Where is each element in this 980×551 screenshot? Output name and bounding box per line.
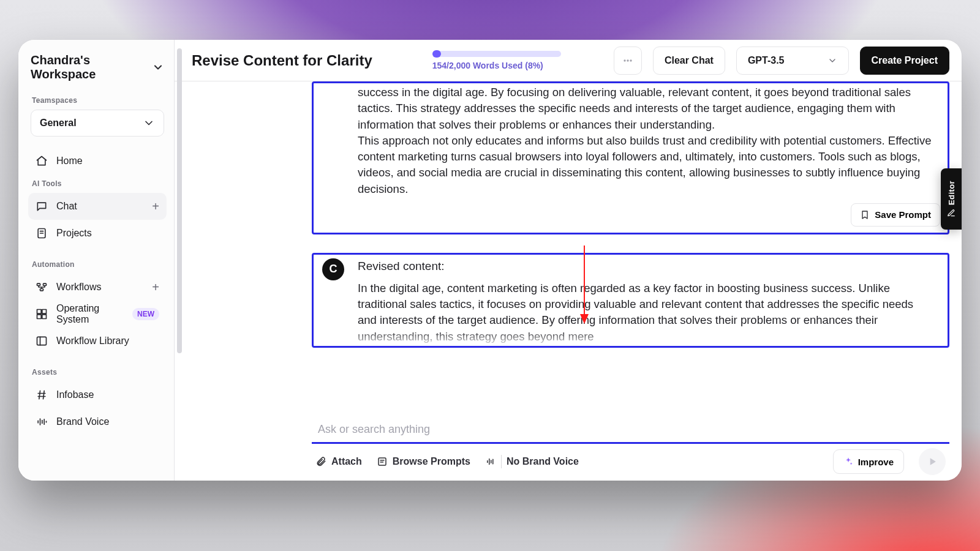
page-title: Revise Content for Clarity — [192, 52, 372, 69]
main: Revise Content for Clarity 154/2,000 Wor… — [175, 40, 962, 481]
sidebar-item-label: Brand Voice — [56, 416, 109, 427]
attach-label: Attach — [331, 456, 362, 467]
svg-point-21 — [624, 59, 625, 61]
create-project-label: Create Project — [872, 55, 938, 66]
svg-marker-25 — [580, 314, 589, 324]
workspace-name: Chandra's Workspace — [31, 53, 146, 81]
editor-tab-label: Editor — [947, 181, 956, 205]
teamspaces-label: Teamspaces — [27, 91, 168, 110]
save-prompt-button[interactable]: Save Prompt — [851, 203, 940, 227]
prompt-text: success in the digital age. By focusing … — [358, 84, 934, 197]
home-icon — [36, 155, 48, 167]
more-button[interactable] — [614, 47, 642, 75]
svg-line-15 — [43, 391, 45, 399]
dots-icon — [622, 54, 634, 67]
sidebar-item-os[interactable]: Operating System NEW — [28, 301, 167, 328]
clear-chat-label: Clear Chat — [665, 55, 714, 66]
usage-track — [432, 51, 561, 57]
browse-prompts-button[interactable]: Browse Prompts — [377, 456, 470, 467]
sidebar-item-workflows[interactable]: Workflows + — [28, 274, 167, 301]
svg-point-22 — [627, 59, 628, 61]
send-button[interactable] — [919, 448, 946, 475]
brand-voice-button[interactable]: No Brand Voice — [485, 455, 579, 468]
improve-button[interactable]: Improve — [833, 449, 904, 474]
bookmark-icon — [860, 210, 870, 220]
paperclip-icon — [315, 456, 326, 467]
ai-tools-label: AI Tools — [27, 174, 168, 193]
sparkle-icon — [843, 457, 853, 467]
create-project-button[interactable]: Create Project — [860, 47, 950, 75]
sidebar-item-chat[interactable]: Chat + — [28, 193, 167, 220]
model-select[interactable]: GPT-3.5 — [736, 47, 849, 75]
sidebar-item-label: Operating System — [56, 303, 126, 325]
usage-meter: 154/2,000 Words Used (8%) — [432, 51, 561, 70]
teamspace-selected: General — [40, 118, 77, 129]
svg-rect-7 — [42, 310, 47, 314]
voice-icon — [36, 416, 48, 428]
new-badge: NEW — [132, 308, 159, 320]
ask-input[interactable] — [317, 422, 944, 437]
chat-icon — [36, 200, 48, 212]
annotation-arrow — [578, 246, 590, 325]
svg-rect-9 — [42, 315, 47, 319]
response-card: C Revised content: In the digital age, c… — [312, 253, 949, 348]
voice-icon — [485, 456, 496, 467]
browse-label: Browse Prompts — [393, 456, 470, 467]
sidebar-item-label: Home — [56, 156, 83, 167]
teamspace-select[interactable]: General — [31, 110, 164, 137]
chevron-down-icon — [152, 61, 164, 73]
sidebar-item-label: Workflow Library — [56, 335, 129, 347]
svg-line-14 — [39, 391, 40, 399]
pencil-icon — [947, 209, 956, 217]
sidebar-item-workflow-library[interactable]: Workflow Library — [28, 328, 167, 354]
sidebar: Chandra's Workspace Teamspaces General H… — [18, 40, 175, 481]
automation-label: Automation — [27, 255, 168, 274]
projects-icon — [36, 227, 48, 239]
topbar: Revise Content for Clarity 154/2,000 Wor… — [175, 40, 962, 81]
usage-text: 154/2,000 Words Used (8%) — [432, 61, 561, 70]
workspace-switcher[interactable]: Chandra's Workspace — [27, 53, 168, 91]
response-text-wrap: In the digital age, content marketing is… — [358, 280, 934, 345]
avatar: C — [322, 258, 344, 280]
svg-rect-8 — [37, 315, 42, 319]
improve-label: Improve — [858, 457, 894, 467]
send-icon — [926, 455, 938, 468]
composer: Attach Browse Prompts No Brand Voice — [312, 417, 949, 479]
assets-label: Assets — [27, 363, 168, 381]
fade — [358, 330, 934, 345]
save-prompt-label: Save Prompt — [875, 209, 931, 220]
svg-rect-10 — [37, 337, 47, 345]
app-window: Chandra's Workspace Teamspaces General H… — [18, 40, 962, 481]
svg-point-23 — [630, 59, 631, 61]
sidebar-item-infobase[interactable]: Infobase — [28, 381, 167, 408]
avatar-letter: C — [330, 263, 337, 276]
sidebar-item-label: Workflows — [56, 282, 102, 293]
attach-button[interactable]: Attach — [315, 456, 362, 467]
sidebar-item-projects[interactable]: Projects — [28, 220, 167, 247]
ask-wrap — [312, 417, 949, 444]
chevron-down-icon — [143, 117, 155, 129]
model-name: GPT-3.5 — [748, 55, 785, 66]
hash-icon — [36, 389, 48, 401]
chevron-down-icon — [827, 56, 837, 66]
library-icon — [36, 335, 48, 347]
sidebar-item-label: Infobase — [56, 389, 94, 400]
clear-chat-button[interactable]: Clear Chat — [653, 47, 725, 75]
prompt-card: success in the digital age. By focusing … — [312, 81, 949, 234]
chat-body: success in the digital age. By focusing … — [175, 81, 962, 481]
plus-icon[interactable]: + — [152, 200, 159, 212]
sidebar-item-brand-voice[interactable]: Brand Voice — [28, 408, 167, 435]
svg-rect-6 — [37, 310, 42, 314]
grid-icon — [36, 308, 48, 320]
divider — [501, 455, 502, 468]
sidebar-item-label: Projects — [56, 228, 92, 239]
response-heading: Revised content: — [358, 260, 934, 280]
workflows-icon — [36, 281, 48, 293]
prompts-icon — [377, 456, 388, 467]
usage-fill — [432, 50, 441, 58]
plus-icon[interactable]: + — [152, 281, 159, 293]
sidebar-item-label: Chat — [56, 201, 77, 212]
sidebar-item-home[interactable]: Home — [28, 148, 167, 174]
brand-voice-label: No Brand Voice — [507, 456, 579, 467]
editor-tab[interactable]: Editor — [941, 168, 962, 230]
